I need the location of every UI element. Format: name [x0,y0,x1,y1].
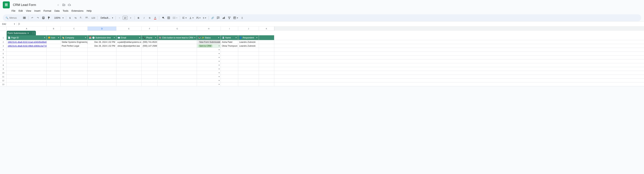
cell[interactable]: (555) 741-8520 [142,40,158,44]
cell[interactable]: ▼ [197,79,221,82]
cell[interactable] [88,52,116,56]
cell[interactable] [142,67,158,71]
filter-dropdown-icon[interactable]: ▼ [218,37,220,39]
cell[interactable] [238,56,259,59]
cell[interactable] [116,82,142,86]
formula-input[interactable] [22,23,642,25]
filter-views-button[interactable]: ▼ [232,15,239,20]
row-header[interactable]: 3 [0,44,6,48]
cell[interactable]: ▼ [197,48,221,52]
table-name-band[interactable]: Form Submissions ▾ ⛶ [6,31,36,35]
row-header[interactable]: 13 [0,82,6,86]
cell[interactable] [158,75,197,79]
cell[interactable]: New Form Submission▼ [197,40,221,44]
bold-button[interactable]: B [136,15,141,20]
cell[interactable] [47,71,61,75]
filter-dropdown-icon[interactable]: ▼ [235,37,237,39]
cell[interactable] [221,59,238,63]
menu-tools[interactable]: Tools [61,9,70,13]
cell[interactable]: Pixel Perfect Legal [61,44,88,48]
cell[interactable] [238,82,259,86]
page-id-link[interactable]: 16823141-dba6-8192-89b8-d380b13a77dc [8,45,47,47]
select-all-corner[interactable] [0,27,6,31]
cell[interactable] [47,75,61,79]
chip-dropdown-icon[interactable]: ▼ [218,53,220,54]
menu-file[interactable]: File [10,9,17,13]
cell[interactable] [158,48,197,52]
cell[interactable] [221,56,238,59]
cell[interactable] [158,82,197,86]
cell[interactable]: Aisha Patel [221,40,238,44]
cell[interactable] [47,82,61,86]
strikethrough-button[interactable]: S [147,15,152,20]
cell[interactable] [221,71,238,75]
filter-dropdown-icon[interactable]: ▼ [58,37,60,39]
cell[interactable] [61,71,88,75]
cell[interactable] [116,79,142,82]
row-header[interactable]: 8 [0,63,6,67]
sheets-logo[interactable] [3,2,10,8]
cell[interactable] [259,59,274,63]
column-header[interactable]: F [142,27,158,31]
print-button[interactable] [41,15,46,20]
cell[interactable] [221,52,238,56]
cell[interactable] [158,40,197,44]
chip-dropdown-icon[interactable]: ▼ [218,49,220,51]
cell[interactable] [88,79,116,82]
cell[interactable] [238,52,259,56]
redo-button[interactable]: ↷ [35,15,40,20]
cell[interactable] [259,79,274,82]
cell[interactable]: a.patel@stellarsystems.io [116,40,142,44]
table-column-header[interactable]: 🔘Click button to move lead to CRM▼ [158,35,197,40]
name-box-dropdown[interactable]: ▼ [14,23,17,25]
cell[interactable] [142,71,158,75]
menu-search[interactable]: 🔍 [5,16,21,20]
cell[interactable]: ▼ [197,67,221,71]
filter-dropdown-icon[interactable]: ▼ [44,37,46,39]
cell[interactable] [88,56,116,59]
chip-dropdown-icon[interactable]: ▼ [218,64,220,66]
cell[interactable] [238,75,259,79]
chip-dropdown-icon[interactable]: ▼ [218,76,220,77]
cell[interactable] [47,40,61,44]
cell[interactable] [116,75,142,79]
cell[interactable] [116,67,142,71]
chip-dropdown-icon[interactable]: ▼ [218,57,220,58]
cell[interactable] [61,75,88,79]
column-header[interactable]: B [47,27,61,31]
column-header[interactable]: A [6,27,47,31]
cell[interactable] [6,67,47,71]
table-column-header[interactable]: 📅🕐Submission time▼ [88,35,116,40]
cell[interactable] [238,67,259,71]
filter-button[interactable] [227,15,232,20]
cell[interactable] [238,48,259,52]
chip-dropdown-icon[interactable]: ▼ [218,60,220,62]
cell[interactable] [238,71,259,75]
spreadsheet-grid[interactable]: ABCDEFGHIJK Form Submissions ▾ ⛶ 1📄Page … [0,27,644,86]
cell[interactable] [221,82,238,86]
row-header[interactable]: 11 [0,75,6,79]
cell[interactable] [61,82,88,86]
cell[interactable]: (555) 147-2589 [142,44,158,48]
column-header[interactable]: D [88,27,116,31]
cell[interactable] [259,56,274,59]
cell[interactable] [116,52,142,56]
cell[interactable]: ▼ [197,52,221,56]
page-id-link[interactable]: 16823141-dba6-8102-b1ad-e04045e88e82 [8,41,47,43]
fontsize-input[interactable]: 10 [123,16,128,20]
comment-button[interactable] [216,15,220,20]
row-header[interactable]: 7 [0,59,6,63]
merge-cells-button[interactable]: ▼ [172,15,178,20]
cell[interactable] [259,67,274,71]
italic-button[interactable]: I [142,15,146,20]
font-family-dropdown[interactable]: Default...▼ [99,15,114,20]
cell[interactable] [47,56,61,59]
cell[interactable] [6,71,47,75]
status-chip[interactable]: Sent to CRM [198,44,213,48]
wrap-button[interactable]: ▼ [195,15,202,20]
currency-button[interactable]: $ [68,15,72,20]
cell[interactable] [88,48,116,52]
cell[interactable]: 16823141-dba6-8192-89b8-d380b13a77dc [6,44,47,48]
cell[interactable]: ▼ [197,71,221,75]
cell[interactable] [47,52,61,56]
